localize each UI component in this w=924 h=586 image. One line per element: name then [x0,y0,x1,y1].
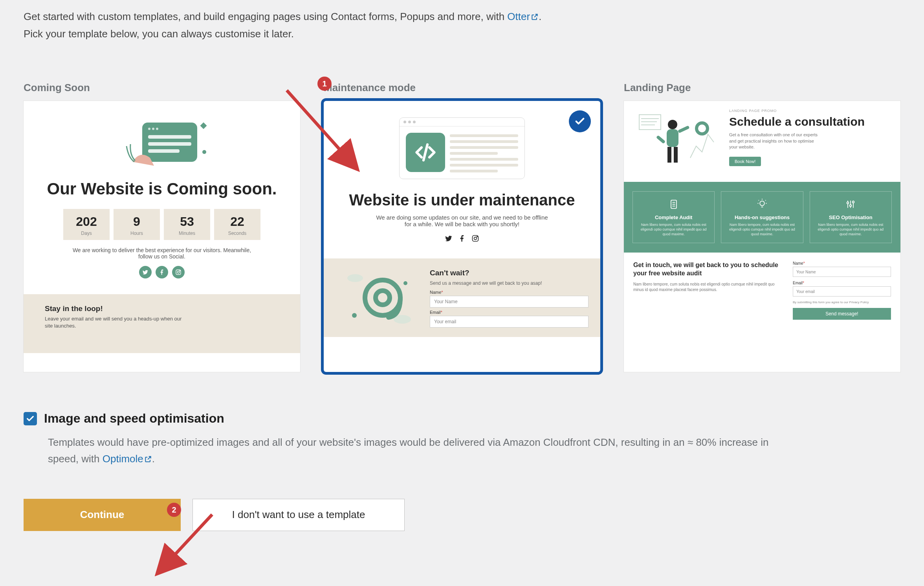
intro-text: Get started with custom templates, and b… [24,0,900,42]
landing-sub: Get a free consultation with one of our … [729,132,820,150]
landing-cta: Book Now! [729,157,761,166]
countdown-hours: 9Hours [114,209,160,240]
svg-line-43 [759,200,759,201]
landing-tag: LANDING PAGE PROMO [729,109,891,113]
intro-line1-b: . [539,11,541,22]
feature-audit: Complete Audit Nam libero tempore, cum s… [632,191,715,243]
svg-rect-31 [674,147,678,163]
name-label: Name* [430,290,588,295]
svg-point-21 [365,280,400,315]
svg-rect-33 [656,135,666,144]
lp-name-label: Name* [793,261,891,266]
optimole-link[interactable]: Optimole [103,453,152,465]
landing-headline: Schedule a consultation [729,115,891,128]
template-card-coming-soon[interactable]: Our Website is Coming soon. 202Days 9Hou… [24,101,300,372]
template-card-maintenance[interactable]: Website is under maintenance We are doin… [324,101,600,372]
twitter-icon [445,234,453,244]
lp-privacy-note: By submitting this form you agree to our… [793,300,891,304]
intro-line2: Pick your template below, you can always… [24,25,900,42]
svg-rect-5 [148,135,191,139]
countdown-minutes: 53Minutes [164,209,210,240]
svg-point-16 [477,236,478,237]
annotation-badge-2: 2 [167,503,181,517]
svg-line-44 [765,200,766,201]
twitter-icon [139,266,152,278]
at-sign-illustration [336,269,422,327]
svg-point-27 [697,123,708,134]
svg-rect-7 [148,149,180,153]
svg-point-19 [352,313,357,318]
template-card-landing[interactable]: LANDING PAGE PROMO Schedule a consultati… [624,101,900,372]
countdown-days: 202Days [63,209,110,240]
annotation-badge-1: 1 [317,77,332,91]
landing-bottom-title: Get in touch, we will get back to you to… [633,261,785,278]
instagram-icon [172,266,185,278]
cant-wait-sub: Send us a message and we will get back t… [430,280,588,286]
svg-rect-32 [678,126,690,134]
column-landing: Landing Page [624,82,900,372]
email-label: Email* [430,310,588,315]
svg-line-13 [424,145,427,160]
intro-line1-a: Get started with custom templates, and b… [24,11,507,22]
optimisation-desc: Templates would have pre-optimized image… [48,434,794,467]
otter-link[interactable]: Otter [507,11,539,22]
svg-rect-8 [200,123,207,129]
svg-point-38 [760,201,764,206]
skip-template-button[interactable]: I don't want to use a template [192,499,405,531]
feature-seo: SEO Optimisation Nam libero tempore, cum… [810,191,892,243]
lp-name-input: Your Name [793,267,891,277]
external-link-icon [144,452,152,460]
optimisation-checkbox[interactable] [24,412,37,425]
svg-rect-30 [667,147,671,163]
svg-point-12 [180,270,180,271]
svg-rect-6 [148,142,191,146]
facebook-icon [156,266,168,278]
maintenance-illustration [339,113,585,183]
svg-point-4 [156,128,158,130]
instagram-icon [471,234,479,244]
maintenance-sub: We are doing some updates on our site, a… [376,214,548,227]
coming-soon-blurb: We are working to deliver the best exper… [68,247,256,260]
coming-soon-headline: Our Website is Coming soon. [39,179,284,198]
selected-check-icon [569,110,591,132]
svg-point-17 [347,274,363,282]
countdown: 202Days 9Hours 53Minutes 22Seconds [39,209,284,240]
landing-hero-illustration [633,109,724,176]
maintenance-social [339,234,585,244]
svg-point-9 [202,150,206,154]
maintenance-headline: Website is under maintenance [339,191,585,209]
svg-point-28 [668,120,677,129]
column-title-coming-soon: Coming Soon [24,82,300,94]
loop-title: Stay in the loop! [45,304,279,313]
cant-wait-title: Can't wait? [430,269,588,277]
lightbulb-icon [725,197,799,211]
email-input: Your email [430,316,588,328]
column-title-maintenance: Maintenance mode [324,82,600,94]
svg-point-15 [474,237,477,240]
lp-send-button: Send message! [793,308,891,320]
continue-button[interactable]: Continue [24,499,181,531]
external-link-icon [531,9,539,16]
svg-point-3 [152,128,154,130]
svg-point-20 [403,281,407,285]
svg-rect-29 [667,129,678,147]
svg-point-46 [847,202,849,204]
column-maintenance: Maintenance mode [324,82,600,372]
sliders-icon [814,197,887,211]
feature-suggestions: Hands-on suggestions Nam libero tempore,… [721,191,803,243]
loop-subtitle: Leave your email and we will send you a … [45,315,186,330]
svg-point-22 [376,291,390,305]
countdown-seconds: 22Seconds [214,209,260,240]
lp-email-input: Your email [793,286,891,297]
column-title-landing: Landing Page [624,82,900,94]
svg-point-2 [148,128,150,130]
landing-bottom-desc: Nam libero tempore, cum soluta nobis est… [633,282,785,293]
svg-point-50 [852,201,854,203]
lp-email-label: Email* [793,281,891,285]
name-input: Your Name [430,296,588,308]
coming-soon-illustration [39,113,284,176]
clipboard-icon [637,197,710,211]
column-coming-soon: Coming Soon [24,82,300,372]
svg-point-48 [850,205,852,207]
facebook-icon [458,234,466,244]
